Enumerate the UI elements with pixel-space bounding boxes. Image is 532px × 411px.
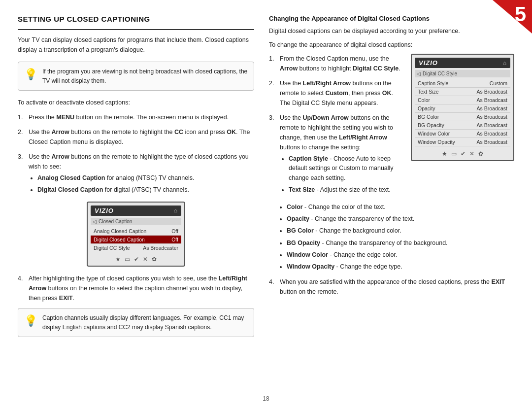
menu-row-bg-color: BG Color As Broadcast [415, 113, 510, 121]
left-step4-list: After highlighting the type of closed ca… [18, 274, 254, 303]
left-section-title: SETTING UP CLOSED CAPTIONING [18, 15, 254, 23]
section-divider [18, 29, 254, 30]
info-box-1: 💡 If the program you are viewing is not … [18, 62, 254, 91]
menu-row-analog: Analog Closed Caption Off [91, 227, 181, 236]
control-check: ✔ [134, 256, 139, 263]
right-step-3-bullets: Caption Style - Choose Auto to keep defa… [280, 154, 404, 195]
nav-arrow-left: ◁ [93, 219, 97, 224]
bullet-analog: Analog Closed Caption for analog (NTSC) … [37, 173, 254, 183]
control-star: ★ [115, 256, 121, 263]
menu-row-digital: Digital Closed Caption Off [91, 236, 181, 244]
control-x: ✕ [143, 256, 148, 263]
tv-menu-right-nav: ◁ Digital CC Style [415, 70, 510, 77]
left-column: SETTING UP CLOSED CAPTIONING Your TV can… [18, 15, 254, 401]
control-star-r: ★ [442, 150, 447, 157]
menu-row-bg-opacity: BG Opacity As Broadcast [415, 121, 510, 130]
home-icon-right: ⌂ [503, 60, 506, 67]
nav-label-left: Closed Caption [99, 219, 132, 224]
left-intro-text: Your TV can display closed captions for … [18, 35, 254, 55]
control-x-r: ✕ [469, 150, 474, 157]
right-section-title: Changing the Appearance of Digital Close… [269, 15, 514, 22]
tv-menu-right-header: VIZIO ⌂ [415, 58, 510, 68]
steps-intro: To activate or deactivate closed caption… [18, 98, 254, 107]
tv-menu-right-controls: ★ ▭ ✔ ✕ ✿ [415, 150, 510, 157]
bullet-window-color: Window Color - Change the edge color. [287, 250, 514, 260]
menu-row-opacity: Opacity As Broadcast [415, 104, 510, 113]
menu-row-window-color: Window Color As Broadcast [415, 130, 510, 138]
right-step-4: When you are satisfied with the appearan… [269, 277, 514, 297]
tv-menu-left-header: VIZIO ⌂ [91, 206, 181, 216]
bullet-color: Color - Change the color of the text. [287, 203, 514, 212]
right-step-2: Use the Left/Right Arrow buttons on the … [269, 78, 404, 108]
page-number: 18 [263, 395, 269, 402]
vizio-logo-right: VIZIO [419, 59, 438, 67]
menu-row-caption-style: Caption Style Custom [415, 79, 510, 88]
home-icon-left: ⌂ [174, 207, 177, 214]
bullet-bg-color: BG Color - Change the background color. [287, 226, 514, 236]
right-intro-1: Digital closed captions can be displayed… [269, 26, 514, 36]
info-box-1-text: If the program you are viewing is not be… [42, 67, 248, 85]
right-step-3: Use the Up/Down Arrow buttons on the rem… [269, 113, 404, 198]
menu-row-text-size: Text Size As Broadcast [415, 88, 510, 96]
tv-menu-left-rows: Analog Closed Caption Off Digital Closed… [91, 227, 181, 252]
right-step4-list: When you are satisfied with the appearan… [269, 277, 514, 297]
right-column: Changing the Appearance of Digital Close… [269, 15, 514, 401]
control-check-r: ✔ [461, 150, 466, 157]
bullet-bg-opacity: BG Opacity - Change the transparency of … [287, 239, 514, 248]
menu-row-cc-style: Digital CC Style As Broadcaster [91, 244, 181, 252]
nav-label-right: Digital CC Style [423, 71, 457, 76]
bullet-caption-style: Caption Style - Choose Auto to keep defa… [289, 154, 404, 183]
nav-arrow-right: ◁ [417, 71, 421, 76]
left-step-2: Use the Arrow buttons on the remote to h… [18, 127, 254, 147]
info-box-2-text: Caption channels usually display differe… [42, 313, 248, 332]
control-gear: ✿ [152, 256, 157, 263]
tv-menu-left-controls: ★ ▭ ✔ ✕ ✿ [91, 256, 181, 263]
control-rect: ▭ [125, 256, 130, 263]
info-box-2: 💡 Caption channels usually display diffe… [18, 308, 254, 337]
menu-row-window-opacity: Window Opacity As Broadcast [415, 138, 510, 146]
tv-menu-left: VIZIO ⌂ ◁ Closed Caption Analog Closed C… [87, 202, 185, 267]
tv-menu-left-nav: ◁ Closed Caption [91, 218, 181, 225]
control-rect-r: ▭ [451, 150, 457, 157]
left-step-3: Use the Arrow buttons on the remote to h… [18, 152, 254, 197]
menu-row-color: Color As Broadcast [415, 96, 510, 104]
bullet-text-size: Text Size - Adjust the size of the text. [289, 185, 404, 195]
page-badge-number: 5 [515, 4, 526, 25]
left-step-4: After highlighting the type of closed ca… [18, 274, 254, 303]
bullet-opacity: Opacity - Change the transparency of the… [287, 214, 514, 224]
bullet-digital: Digital Closed Caption for digital (ATSC… [37, 185, 254, 195]
standalone-bullets: Color - Change the color of the text. Op… [278, 203, 514, 272]
left-step-1: Press the MENU button on the remote. The… [18, 112, 254, 122]
tv-menu-right: VIZIO ⌂ ◁ Digital CC Style Caption Style… [411, 54, 514, 161]
vizio-logo-left: VIZIO [95, 207, 114, 214]
left-step-3-bullets: Analog Closed Caption for analog (NTSC) … [29, 173, 254, 195]
left-steps-list: Press the MENU button on the remote. The… [18, 112, 254, 197]
bullet-window-opacity: Window Opacity - Change the edge type. [287, 262, 514, 272]
control-gear-r: ✿ [478, 150, 483, 157]
right-intro-2: To change the appearance of digital clos… [269, 40, 514, 50]
right-step-1: From the Closed Caption menu, use the Ar… [269, 54, 404, 73]
lightbulb-icon-2: 💡 [24, 314, 37, 327]
lightbulb-icon: 💡 [24, 68, 37, 81]
tv-menu-left-container: VIZIO ⌂ ◁ Closed Caption Analog Closed C… [18, 202, 254, 267]
tv-menu-right-rows: Caption Style Custom Text Size As Broadc… [415, 79, 510, 146]
